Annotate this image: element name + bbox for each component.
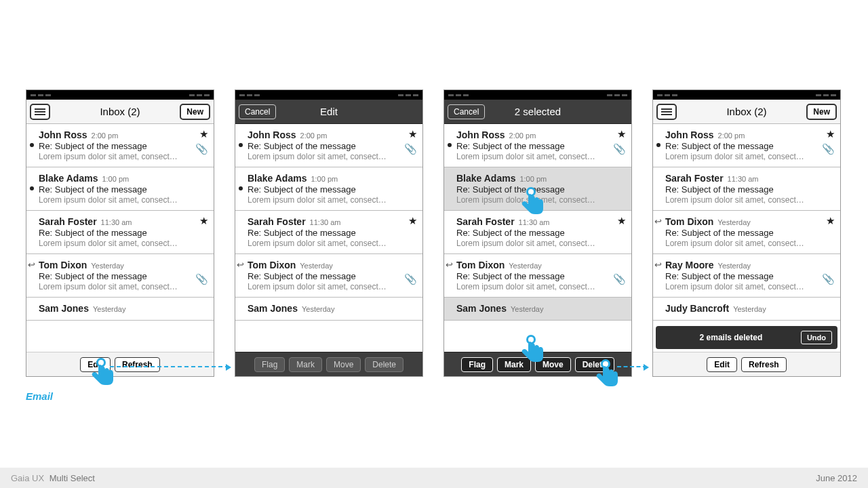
message-row[interactable]: ★📎John Ross2:00 pmRe: Subject of the mes… — [653, 124, 840, 167]
message-row[interactable]: Blake Adams1:00 pmRe: Subject of the mes… — [444, 167, 631, 211]
header: Cancel Edit — [235, 100, 422, 124]
message-row[interactable]: Judy BancroftYesterday — [653, 298, 840, 321]
sender: Ray Moore — [665, 260, 714, 270]
menu-icon[interactable] — [656, 104, 677, 120]
attachment-icon: 📎 — [613, 143, 626, 155]
message-row[interactable]: ↩📎Tom DixonYesterdayRe: Subject of the m… — [26, 254, 214, 298]
message-row[interactable]: ↩📎Tom DixonYesterdayRe: Subject of the m… — [444, 254, 631, 298]
message-row[interactable]: Sarah Foster11:30 amRe: Subject of the m… — [653, 167, 840, 211]
message-row[interactable]: ★📎John Ross2:00 pmRe: Subject of the mes… — [26, 124, 214, 167]
sender: Sarah Foster — [39, 216, 97, 227]
unread-dot-icon — [656, 143, 660, 147]
sender: Blake Adams — [456, 173, 515, 184]
subject: Re: Subject of the message — [39, 228, 208, 238]
subject: Re: Subject of the message — [248, 271, 417, 281]
phone-edit-empty: Cancel Edit ★📎John Ross2:00 pmRe: Subjec… — [235, 89, 423, 377]
sender: John Ross — [39, 129, 87, 140]
message-row[interactable]: ★📎John Ross2:00 pmRe: Subject of the mes… — [235, 124, 422, 167]
cancel-button[interactable]: Cancel — [239, 104, 276, 119]
sender: John Ross — [665, 129, 714, 140]
sender: Judy Bancroft — [665, 303, 729, 314]
preview: Lorem ipsum dolor sit amet, consect… — [456, 282, 626, 291]
message-row[interactable]: Blake Adams1:00 pmRe: Subject of the mes… — [235, 167, 422, 211]
footer: Gaia UX Multi Select June 2012 — [0, 468, 868, 488]
message-row[interactable]: Sam JonesYesterday — [444, 298, 631, 321]
unread-dot-icon — [239, 186, 243, 190]
header: Cancel 2 selected — [444, 100, 631, 124]
message-row[interactable]: ★Sarah Foster11:30 amRe: Subject of the … — [235, 211, 422, 254]
mark-button[interactable]: Mark — [497, 357, 531, 372]
timestamp: Yesterday — [511, 305, 544, 313]
message-row[interactable]: ★Sarah Foster11:30 amRe: Subject of the … — [26, 211, 214, 254]
footer-date: June 2012 — [816, 473, 857, 483]
edit-button[interactable]: Edit — [80, 357, 111, 372]
subject: Re: Subject of the message — [456, 184, 626, 195]
message-row[interactable]: ★📎John Ross2:00 pmRe: Subject of the mes… — [444, 124, 631, 167]
timestamp: 1:00 pm — [311, 175, 338, 183]
toolbar: Edit Refresh — [653, 352, 840, 376]
refresh-button[interactable]: Refresh — [741, 357, 787, 372]
timestamp: Yesterday — [300, 262, 333, 270]
delete-button[interactable]: Delete — [575, 357, 614, 372]
timestamp: 11:30 am — [519, 218, 550, 226]
new-button[interactable]: New — [806, 104, 837, 120]
footer-title: Multi Select — [50, 473, 95, 483]
sender: Sarah Foster — [665, 173, 724, 184]
sender: Tom Dixon — [39, 260, 87, 270]
preview: Lorem ipsum dolor sit amet, consect… — [456, 239, 626, 248]
move-button[interactable]: Move — [535, 357, 571, 372]
message-row[interactable]: ↩📎Tom DixonYesterdayRe: Subject of the m… — [235, 254, 422, 298]
menu-icon[interactable] — [30, 104, 50, 120]
timestamp: 2:00 pm — [92, 131, 119, 140]
refresh-button[interactable]: Refresh — [115, 357, 160, 372]
edit-button[interactable]: Edit — [707, 357, 737, 372]
preview: Lorem ipsum dolor sit amet, consect… — [248, 195, 417, 205]
message-row[interactable]: Blake Adams1:00 pmRe: Subject of the mes… — [26, 167, 214, 211]
reply-icon: ↩ — [654, 216, 662, 226]
sender: Sarah Foster — [456, 216, 515, 227]
move-button: Move — [326, 357, 361, 372]
delete-button: Delete — [365, 357, 403, 372]
preview: Lorem ipsum dolor sit amet, consect… — [39, 195, 208, 205]
preview: Lorem ipsum dolor sit amet, consect… — [665, 152, 835, 161]
message-list: ★📎John Ross2:00 pmRe: Subject of the mes… — [444, 124, 631, 321]
preview: Lorem ipsum dolor sit amet, consect… — [665, 239, 835, 248]
subject: Re: Subject of the message — [456, 271, 626, 281]
message-row[interactable]: ↩📎Ray MooreYesterdayRe: Subject of the m… — [653, 254, 840, 298]
timestamp: 11:30 am — [310, 218, 341, 226]
reply-icon: ↩ — [446, 260, 453, 270]
unread-dot-icon — [30, 186, 34, 190]
attachment-icon: 📎 — [822, 143, 835, 155]
message-row[interactable]: ↩★Tom DixonYesterdayRe: Subject of the m… — [653, 211, 840, 254]
message-row[interactable]: Sam JonesYesterday — [235, 298, 422, 321]
statusbar — [235, 90, 422, 100]
subject: Re: Subject of the message — [665, 184, 835, 195]
undo-button[interactable]: Undo — [801, 331, 832, 344]
sender: Sam Jones — [39, 303, 89, 314]
preview: Lorem ipsum dolor sit amet, consect… — [456, 195, 626, 205]
flow-arrow-icon — [110, 366, 229, 367]
flag-button[interactable]: Flag — [461, 357, 493, 372]
star-icon: ★ — [617, 128, 626, 140]
header: Inbox (2) New — [26, 100, 214, 124]
toolbar: Flag Mark Move Delete — [235, 352, 422, 376]
subject: Re: Subject of the message — [39, 141, 208, 151]
star-icon: ★ — [408, 128, 417, 140]
new-button[interactable]: New — [180, 104, 210, 120]
preview: Lorem ipsum dolor sit amet, consect… — [665, 282, 835, 291]
footer-brand: Gaia UX — [11, 473, 44, 483]
preview: Lorem ipsum dolor sit amet, consect… — [248, 152, 417, 161]
sender: Sam Jones — [248, 303, 298, 314]
sender: Sam Jones — [456, 303, 507, 314]
flow-arrow-icon — [617, 366, 647, 367]
message-row[interactable]: Sam JonesYesterday — [26, 298, 214, 321]
cancel-button[interactable]: Cancel — [448, 104, 485, 119]
timestamp: 1:00 pm — [102, 175, 129, 183]
subject: Re: Subject of the message — [248, 141, 417, 151]
timestamp: Yesterday — [302, 305, 335, 313]
subject: Re: Subject of the message — [248, 184, 417, 195]
sender: Blake Adams — [39, 173, 98, 184]
message-row[interactable]: ★Sarah Foster11:30 amRe: Subject of the … — [444, 211, 631, 254]
subject: Re: Subject of the message — [456, 141, 626, 151]
attachment-icon: 📎 — [613, 273, 626, 285]
